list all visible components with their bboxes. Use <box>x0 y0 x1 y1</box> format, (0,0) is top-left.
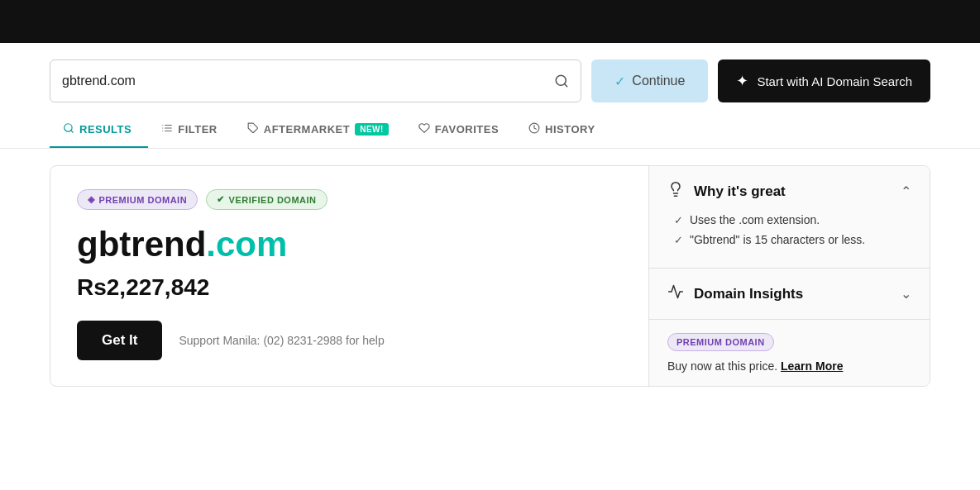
check-mark-1: ✓ <box>674 214 683 226</box>
tab-aftermarket[interactable]: Aftermarket NEW! <box>234 111 405 148</box>
search-input-wrapper <box>50 59 581 102</box>
svg-line-3 <box>71 131 74 133</box>
new-badge: NEW! <box>355 123 389 136</box>
result-left: ◈ Premium Domain ✔ Verified Domain gbtre… <box>50 166 648 386</box>
tab-history-icon <box>528 122 540 136</box>
get-it-button[interactable]: Get It <box>77 321 162 360</box>
premium-banner-label: Premium Domain <box>667 333 774 351</box>
domain-name: gbtrend.com <box>77 225 622 264</box>
domain-insights-header[interactable]: Domain Insights ⌄ <box>667 283 911 304</box>
tab-filter[interactable]: Filter <box>148 111 234 148</box>
search-input[interactable] <box>62 74 554 88</box>
result-right: Why it's great ⌃ ✓ Uses the .com extensi… <box>648 166 930 386</box>
main-content: ✓ Continue ✦ Start with AI Domain Search… <box>0 43 980 490</box>
svg-line-1 <box>565 83 567 86</box>
tab-favorites-label: Favorites <box>435 123 499 136</box>
check-icon: ✓ <box>614 74 625 89</box>
chart-icon <box>667 283 684 304</box>
tab-filter-label: Filter <box>178 123 218 136</box>
why-great-title: Why it's great <box>694 183 891 200</box>
tab-favorites-icon <box>418 122 430 136</box>
ai-icon: ✦ <box>736 72 748 90</box>
search-bar-area: ✓ Continue ✦ Start with AI Domain Search <box>0 43 980 102</box>
continue-label: Continue <box>632 74 685 88</box>
search-icon-button[interactable] <box>554 74 569 88</box>
badge-verified: ✔ Verified Domain <box>206 189 327 210</box>
why-great-body: ✓ Uses the .com extension. ✓ "Gbtrend" i… <box>667 213 911 246</box>
premium-banner: Premium Domain Buy now at this price. Le… <box>649 320 930 386</box>
search-icon <box>554 74 569 88</box>
tab-history[interactable]: History <box>515 111 612 148</box>
check-mark-2: ✓ <box>674 234 683 246</box>
tab-favorites[interactable]: Favorites <box>405 111 515 148</box>
domain-price: Rs2,227,842 <box>77 274 622 301</box>
tab-results-icon <box>63 122 74 136</box>
tab-aftermarket-label: Aftermarket <box>264 123 350 136</box>
badge-premium: ◈ Premium Domain <box>77 189 198 210</box>
domain-insights-title: Domain Insights <box>694 286 891 302</box>
why-great-header[interactable]: Why it's great ⌃ <box>667 181 911 202</box>
check-item-1: ✓ Uses the .com extension. <box>674 213 911 226</box>
ai-search-button[interactable]: ✦ Start with AI Domain Search <box>718 59 930 102</box>
top-bar <box>0 0 980 43</box>
results-area: ◈ Premium Domain ✔ Verified Domain gbtre… <box>0 149 980 403</box>
tab-aftermarket-icon <box>247 122 259 136</box>
tab-results[interactable]: Results <box>50 111 148 148</box>
lightbulb-icon <box>667 181 684 202</box>
chevron-down-icon: ⌄ <box>901 286 911 302</box>
chevron-up-icon: ⌃ <box>901 183 911 199</box>
premium-diamond-icon: ◈ <box>88 194 95 205</box>
check-item-2-text: "Gbtrend" is 15 characters or less. <box>690 233 865 246</box>
domain-sld: gbtrend <box>77 225 206 264</box>
action-row: Get It Support Manila: (02) 8231-2988 fo… <box>77 321 622 360</box>
domain-insights-panel: Domain Insights ⌄ <box>649 269 930 320</box>
verified-check-icon: ✔ <box>217 194 225 205</box>
check-item-2: ✓ "Gbtrend" is 15 characters or less. <box>674 233 911 246</box>
support-text: Support Manila: (02) 8231-2988 for help <box>179 334 384 347</box>
tab-filter-icon <box>161 122 173 136</box>
domain-tld: .com <box>206 225 287 264</box>
ai-search-label: Start with AI Domain Search <box>757 74 912 88</box>
result-card: ◈ Premium Domain ✔ Verified Domain gbtre… <box>50 165 930 387</box>
tabs-area: Results Filter Aftermarket NEW! Favorite… <box>0 111 980 149</box>
premium-banner-desc: Buy now at this price. Learn More <box>667 359 911 373</box>
tab-history-label: History <box>545 123 595 136</box>
learn-more-link[interactable]: Learn More <box>781 359 843 373</box>
check-item-1-text: Uses the .com extension. <box>690 213 820 226</box>
continue-button[interactable]: ✓ Continue <box>591 59 708 102</box>
tab-results-label: Results <box>79 123 131 136</box>
why-great-panel: Why it's great ⌃ ✓ Uses the .com extensi… <box>649 166 930 269</box>
badges: ◈ Premium Domain ✔ Verified Domain <box>77 189 622 210</box>
